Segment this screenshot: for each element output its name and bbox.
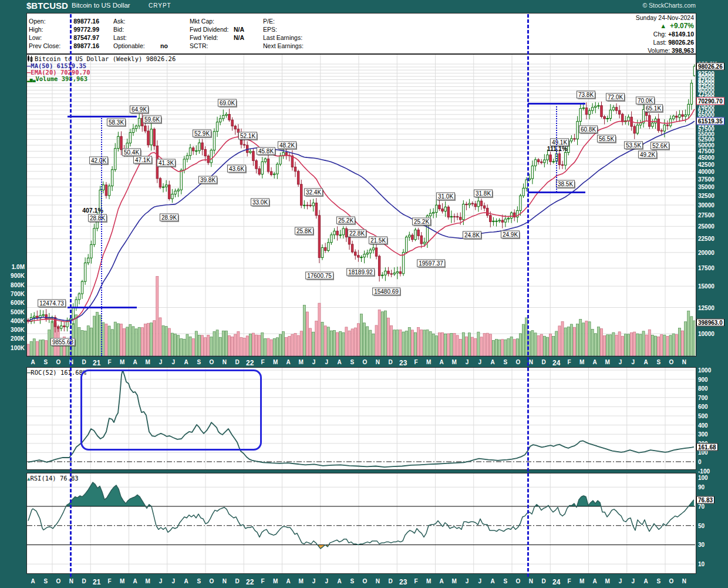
month-label: O <box>516 359 521 365</box>
month-label: J <box>478 359 481 365</box>
month-label: A <box>133 578 137 584</box>
month-label: A <box>184 578 188 584</box>
month-label: J <box>159 578 163 584</box>
month-label: F <box>261 359 264 365</box>
month-label: O <box>210 578 214 584</box>
month-label: S <box>43 578 48 584</box>
month-label: A <box>592 359 596 365</box>
quote-label: Next Earnings: <box>263 42 304 49</box>
month-label: O <box>669 578 674 584</box>
price-tick: 50000 <box>698 142 714 149</box>
price-tick: 65000 <box>698 111 714 117</box>
month-label: S <box>350 359 354 365</box>
price-tick: 40000 <box>698 168 714 174</box>
month-label: O <box>516 578 521 584</box>
month-label: A <box>643 359 648 365</box>
roc-tick: 200 <box>698 440 708 446</box>
copyright-label: © StockCharts.com <box>642 2 696 9</box>
price-tick: 27500 <box>698 212 714 219</box>
price-tick: 10000 <box>698 331 714 337</box>
month-label: M <box>273 359 278 365</box>
quote-value: no <box>160 42 168 49</box>
volume-tick: 100K <box>1 344 25 351</box>
month-label: N <box>682 578 686 584</box>
month-label: 21 <box>93 359 100 367</box>
month-label: D <box>235 359 239 365</box>
month-label: D <box>82 359 86 365</box>
month-label: A <box>439 359 443 365</box>
month-label: N <box>69 359 73 365</box>
quote-label: EPS: <box>263 26 277 33</box>
price-chart-panel <box>26 54 696 357</box>
month-label: S <box>197 578 201 584</box>
month-label: N <box>682 359 686 365</box>
month-label: D <box>388 359 392 365</box>
last-price-box: 98026.26 <box>696 62 724 70</box>
month-label: J <box>631 359 635 365</box>
volume-tick: 700K <box>1 290 25 297</box>
month-label: 22 <box>246 359 254 367</box>
month-label: M <box>426 359 431 365</box>
price-tick: 42500 <box>698 161 714 167</box>
month-label: J <box>619 359 622 365</box>
volume-tick: 300K <box>1 327 25 333</box>
month-label: M <box>146 359 150 365</box>
quote-label: Fwd Dividend: <box>190 26 229 33</box>
price-tick: 12500 <box>698 304 714 311</box>
rsi-tick: 90 <box>698 484 705 490</box>
price-tick: 20000 <box>698 249 714 256</box>
quote-label: P/E: <box>263 18 275 25</box>
price-tick: 15000 <box>698 283 714 290</box>
month-label: 24 <box>552 359 560 367</box>
month-label: O <box>363 359 368 365</box>
month-label: N <box>223 578 227 584</box>
month-label: A <box>133 359 137 365</box>
chart-page: $BTCUSD Bitcoin to US Dollar CRYPT © Sto… <box>0 0 728 588</box>
month-label: F <box>414 578 417 584</box>
quote-label: SCTR: <box>190 42 208 49</box>
month-label: O <box>669 359 674 365</box>
month-label: D <box>541 578 545 584</box>
month-label: A <box>643 578 648 584</box>
price-tick: 55000 <box>698 131 714 137</box>
month-label: J <box>171 578 175 584</box>
month-label: F <box>414 359 417 365</box>
month-label: N <box>529 359 533 365</box>
quote-value: N/A <box>234 26 244 33</box>
price-tick: 35000 <box>698 184 714 190</box>
quote-value: 87547.97 <box>53 34 99 41</box>
month-label: N <box>529 578 533 584</box>
month-label: S <box>43 359 48 365</box>
roc-tick: 800 <box>698 385 708 392</box>
roc-tick: -100 <box>698 468 710 474</box>
price-tick: 72500 <box>698 99 714 105</box>
quote-value: 99772.99 <box>53 26 99 33</box>
roc-tick: 1000 <box>698 367 711 374</box>
quote-label: Open: <box>29 18 46 25</box>
quote-label: Last Earnings: <box>263 34 302 41</box>
month-label: F <box>567 578 571 584</box>
roc-tick: 600 <box>698 404 708 410</box>
month-label: D <box>388 578 392 584</box>
quote-label: Mkt Cap: <box>190 18 214 25</box>
month-label: F <box>567 359 571 365</box>
month-label: A <box>592 578 596 584</box>
month-label: A <box>286 578 290 584</box>
roc-tick: 300 <box>698 431 708 438</box>
month-label: J <box>325 359 328 365</box>
month-label: D <box>82 578 86 584</box>
price-tick: 92500 <box>698 70 714 76</box>
price-tick: 25000 <box>698 223 714 230</box>
quote-panel: Open:89877.16High:99772.99Low:87547.97Pr… <box>26 13 696 54</box>
rsi-tick: 50 <box>698 522 705 529</box>
roc-tick: 900 <box>698 376 708 382</box>
month-label: D <box>235 578 239 584</box>
month-label: M <box>452 578 457 584</box>
month-label: 23 <box>399 359 407 367</box>
month-label: S <box>197 359 201 365</box>
rsi-panel <box>26 473 696 574</box>
month-label: 23 <box>399 578 407 586</box>
month-label: 24 <box>552 578 560 586</box>
month-label: J <box>159 359 163 365</box>
month-label: M <box>605 359 610 365</box>
